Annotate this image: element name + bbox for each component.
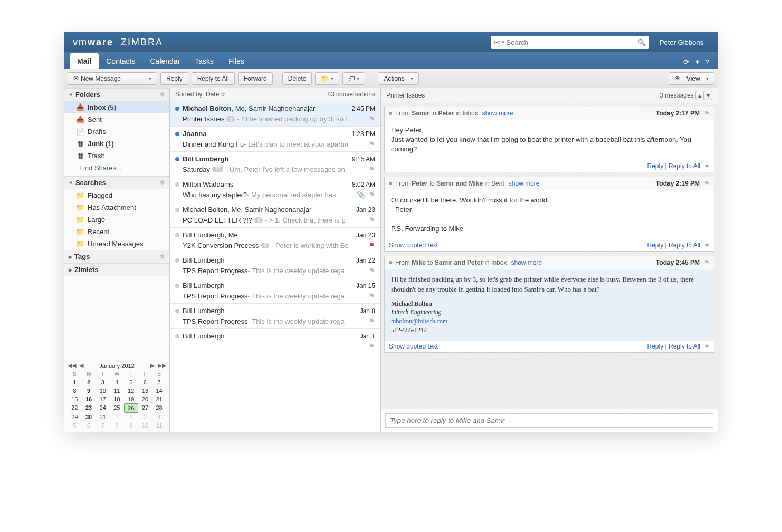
searches-header[interactable]: ▼ Searches ✶: [64, 176, 169, 189]
calendar-day[interactable]: 20: [138, 395, 152, 403]
conversation-item[interactable]: Bill LumberghJan 8TPS Report Progress - …: [170, 304, 380, 329]
calendar-day[interactable]: 14: [152, 386, 166, 395]
flag-icon[interactable]: ⚑: [368, 241, 375, 249]
new-message-button[interactable]: ✉ New Message ▾: [68, 72, 157, 85]
view-button[interactable]: 👁 View ▾: [669, 72, 714, 85]
message-header[interactable]: From Mike to Samir and Peter in Inboxsho…: [385, 256, 714, 269]
cal-prev-month-icon[interactable]: ◀: [79, 362, 83, 369]
conversation-item[interactable]: Bill LumberghJan 1⚑: [170, 329, 380, 354]
saved-search-large[interactable]: 📁Large: [64, 214, 169, 226]
calendar-day[interactable]: 1: [68, 378, 82, 386]
cal-next-month-icon[interactable]: ▶: [150, 362, 155, 369]
forward-button[interactable]: Forward: [238, 72, 273, 85]
user-menu[interactable]: Peter Gibbons ▾: [660, 38, 709, 46]
folder-sent[interactable]: 📤Sent: [64, 113, 169, 125]
search-input[interactable]: [507, 38, 637, 46]
calendar-day[interactable]: 7: [96, 421, 110, 430]
flag-icon[interactable]: ⚑: [368, 165, 375, 173]
tab-calendar[interactable]: Calendar: [142, 53, 187, 69]
gear-icon[interactable]: ✶: [704, 162, 710, 170]
reply-all-link[interactable]: Reply to All: [669, 241, 700, 249]
show-more-link[interactable]: show more: [511, 259, 542, 266]
tab-mail[interactable]: Mail: [70, 53, 99, 69]
show-more-link[interactable]: show more: [482, 110, 513, 117]
conversation-item[interactable]: Bill Lumbergh9:15 AMSaturday15 - Um, Pet…: [170, 152, 380, 177]
flag-icon[interactable]: ⚑: [368, 342, 375, 351]
gear-icon[interactable]: ✶: [159, 91, 165, 99]
reply-all-button[interactable]: Reply to All: [192, 72, 235, 85]
sig-email[interactable]: mbolton@initech.com: [391, 317, 447, 325]
calendar-day[interactable]: 5: [124, 378, 138, 386]
calendar-day[interactable]: 19: [124, 395, 138, 403]
tag-button[interactable]: 🏷▾: [342, 72, 365, 85]
message-header[interactable]: From Samir to Peter in Inboxshow moreTod…: [385, 107, 714, 120]
reply-button[interactable]: Reply: [160, 72, 188, 85]
flag-icon[interactable]: ⚑: [368, 140, 375, 148]
saved-search-flagged[interactable]: 📁Flagged: [64, 189, 169, 201]
calendar-day[interactable]: 28: [152, 403, 166, 413]
calendar-day[interactable]: 11: [152, 421, 166, 430]
calendar-day[interactable]: 8: [110, 421, 124, 430]
cal-prev-year-icon[interactable]: ◀◀: [68, 362, 76, 369]
reply-link[interactable]: Reply: [647, 343, 663, 350]
gear-icon[interactable]: ✶: [159, 253, 165, 260]
calendar-day[interactable]: 3: [138, 413, 152, 421]
folder-junk[interactable]: 🗑Junk (1): [64, 138, 169, 150]
calendar-day[interactable]: 2: [82, 378, 96, 386]
quick-reply-input[interactable]: [385, 413, 713, 428]
calendar-day[interactable]: 10: [138, 421, 152, 430]
calendar-day[interactable]: 29: [68, 413, 82, 421]
calendar-day[interactable]: 4: [110, 378, 124, 386]
calendar-day[interactable]: 6: [138, 378, 152, 386]
saved-search-recent[interactable]: 📁Recent: [64, 226, 169, 238]
reply-link[interactable]: Reply: [647, 162, 663, 170]
flag-icon[interactable]: ⚑: [368, 190, 375, 199]
conversation-item[interactable]: Bill Lumbergh, MeJan 23Y2K Conversion Pr…: [170, 228, 380, 253]
saved-search-unread-messages[interactable]: 📁Unread Messages: [64, 238, 169, 250]
folder-drafts[interactable]: 📄Drafts: [64, 125, 169, 138]
conversation-item[interactable]: Joanna1:23 PMDinner and Kung Fu - Let's …: [170, 127, 380, 152]
calendar-day[interactable]: 2: [124, 413, 138, 421]
calendar-day[interactable]: 25: [110, 403, 124, 413]
calendar-day[interactable]: 10: [96, 386, 110, 395]
flag-icon[interactable]: ⚑: [368, 317, 375, 325]
reply-link[interactable]: Reply: [647, 241, 663, 249]
saved-search-has-attachment[interactable]: 📁Has Attachment: [64, 201, 169, 214]
tab-contacts[interactable]: Contacts: [99, 53, 142, 69]
tab-tasks[interactable]: Tasks: [187, 53, 221, 69]
folder-inbox[interactable]: 📥Inbox (5): [64, 101, 169, 113]
folders-header[interactable]: ▼ Folders ✶: [64, 88, 169, 101]
calendar-day[interactable]: 16: [82, 395, 96, 403]
calendar-day[interactable]: 9: [124, 421, 138, 430]
flag-icon[interactable]: ⚑: [704, 110, 710, 117]
conversation-item[interactable]: Bill LumberghJan 15TPS Report Progress -…: [170, 278, 380, 304]
calendar-day[interactable]: 22: [68, 403, 82, 413]
calendar-day[interactable]: 30: [82, 413, 96, 421]
find-shares-link[interactable]: Find Shares...: [64, 162, 169, 176]
calendar-day[interactable]: 3: [96, 378, 110, 386]
show-quoted-link[interactable]: Show quoted text: [389, 343, 438, 350]
delete-button[interactable]: Delete: [282, 72, 312, 85]
reply-all-link[interactable]: Reply to All: [669, 162, 700, 170]
flag-icon[interactable]: ⚑: [704, 180, 710, 187]
refresh-icon[interactable]: ⟳: [683, 58, 689, 66]
calendar-day[interactable]: 6: [82, 421, 96, 430]
reply-all-link[interactable]: Reply to All: [669, 343, 700, 350]
calendar-day[interactable]: 21: [152, 395, 166, 403]
search-icon[interactable]: 🔍: [637, 38, 646, 46]
calendar-day[interactable]: 24: [96, 403, 110, 413]
calendar-day[interactable]: 11: [110, 386, 124, 395]
gear-icon[interactable]: ✶: [704, 241, 710, 249]
tags-header[interactable]: ▶ Tags ✶: [64, 250, 169, 263]
search-box[interactable]: ✉ ▾ 🔍: [491, 36, 649, 49]
show-quoted-link[interactable]: Show quoted text: [389, 241, 438, 249]
move-button[interactable]: 📁▾: [315, 72, 339, 85]
conversation-item[interactable]: Michael Bolton, Me, Samir Nagheenanajar2…: [170, 101, 380, 127]
calendar-day[interactable]: 7: [152, 378, 166, 386]
calendar-day[interactable]: 23: [82, 403, 96, 413]
gear-icon[interactable]: ✶: [704, 343, 710, 350]
calendar-day[interactable]: 1: [110, 413, 124, 421]
calendar-day[interactable]: 17: [96, 395, 110, 403]
search-scope-chevron-icon[interactable]: ▾: [502, 40, 504, 45]
flag-icon[interactable]: ⚑: [368, 114, 375, 123]
